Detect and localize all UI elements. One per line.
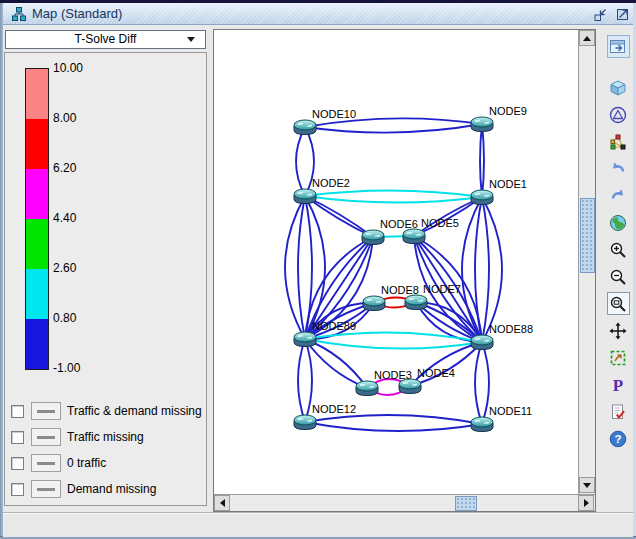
status-bar [3,512,633,537]
zero-traffic-color-button[interactable] [31,454,61,472]
legend-label: Demand missing [67,482,156,496]
traffic-missing-checkbox[interactable] [11,431,24,444]
scroll-left-button[interactable] [214,495,230,511]
view-mode-value: T-Solve Diff [75,32,137,46]
zoom-out-icon[interactable] [607,265,630,288]
scroll-up-button[interactable] [579,30,595,46]
horizontal-scrollbar[interactable] [214,494,595,511]
edge-node12-node11[interactable] [305,415,482,424]
edge-node9-node1[interactable] [482,124,484,197]
traffic-demand-missing-color-button[interactable] [31,402,61,420]
globe-icon[interactable] [607,211,630,234]
scale-segment [26,169,48,219]
zero-traffic-checkbox[interactable] [11,457,24,470]
edge-node10-node9[interactable] [305,124,482,133]
node-node5[interactable] [403,229,425,244]
horizontal-scroll-thumb[interactable] [455,496,477,511]
scroll-right-button[interactable] [578,495,594,511]
node-label: NODE88 [489,323,533,335]
edge-node2-node1[interactable] [305,190,482,197]
right-arrow-icon [584,499,589,507]
network-layout-icon[interactable] [607,130,630,153]
legend-row-zero-traffic: 0 traffic [11,453,106,473]
traffic-missing-color-button[interactable] [31,428,61,446]
scroll-down-button[interactable] [579,477,595,493]
up-arrow-icon [583,36,591,41]
scale-segment [26,319,48,369]
edge-node89-node88[interactable] [305,339,482,349]
legend-label: Traffic & demand missing [67,404,202,418]
topology-graph[interactable]: NODE10NODE9NODE2NODE1NODE6NODE5NODE8NODE… [214,30,578,494]
node-node7[interactable] [405,295,427,310]
p-letter-icon[interactable]: P [607,373,630,396]
node-label: NODE7 [423,283,461,295]
node-label: NODE9 [489,105,527,117]
edge-node10-node2[interactable] [296,127,305,196]
node-node8[interactable] [363,296,385,311]
help-icon[interactable]: ? [607,427,630,450]
edge-node89-node88[interactable] [305,332,482,342]
node-label: NODE11 [489,405,532,417]
edge-node89-node12[interactable] [298,339,305,422]
edge-node2-node89[interactable] [298,196,305,339]
node-node88[interactable] [471,335,493,350]
pan-icon[interactable] [607,319,630,342]
color-line [37,410,55,413]
node-node2[interactable] [294,189,316,204]
scale-boundary-label: 8.00 [53,111,113,125]
delta-icon[interactable] [607,103,630,126]
node-node3[interactable] [356,381,378,396]
node-label: NODE10 [312,108,356,120]
node-node12[interactable] [294,415,316,430]
edge-node1-node88[interactable] [482,197,489,342]
node-node11[interactable] [471,417,493,432]
restore-window-icon[interactable] [592,6,609,23]
node-node4[interactable] [399,379,421,394]
left-arrow-icon [220,499,225,507]
node-node89[interactable] [294,332,316,347]
vertical-scroll-thumb[interactable] [580,198,595,273]
node-label: NODE2 [312,177,350,189]
edge-node12-node11[interactable] [305,422,482,431]
maximize-window-icon[interactable] [614,6,631,23]
edge-node89-node12[interactable] [305,339,312,422]
view-mode-dropdown[interactable]: T-Solve Diff [5,30,206,49]
legend-row-traffic-missing: Traffic missing [11,427,144,447]
demand-missing-color-button[interactable] [31,480,61,498]
node-node10[interactable] [294,120,316,135]
edge-node88-node11[interactable] [482,342,489,424]
traffic-demand-missing-checkbox[interactable] [11,405,24,418]
detach-panel-icon[interactable] [607,35,630,58]
node-label: NODE89 [312,320,356,332]
scale-boundary-label: 4.40 [53,211,113,225]
map-window: Map (Standard) T-Solve Diff 10.008.006.2… [0,0,636,539]
edge-node9-node1[interactable] [480,124,482,197]
node-node9[interactable] [471,117,493,132]
demand-missing-checkbox[interactable] [11,483,24,496]
report-icon[interactable] [607,400,630,423]
scale-segment [26,269,48,319]
fit-selection-icon[interactable] [607,346,630,369]
window-border-left [0,3,3,536]
window-titlebar[interactable]: Map (Standard) [3,3,633,25]
redo-icon[interactable] [607,184,630,207]
legend-panel: 10.008.006.204.402.600.80-1.00 Traffic &… [4,52,207,506]
scale-boundary-label: 10.00 [53,61,113,75]
map-viewport: NODE10NODE9NODE2NODE1NODE6NODE5NODE8NODE… [213,29,596,512]
edge-node88-node11[interactable] [475,342,482,424]
cube-icon[interactable] [607,76,630,99]
legend-label: Traffic missing [67,430,144,444]
scale-segment [26,219,48,269]
zoom-region-icon[interactable] [607,292,630,315]
legend-row-traffic-demand-missing: Traffic & demand missing [11,401,202,421]
node-label: NODE6 [380,218,418,230]
undo-icon[interactable] [607,157,630,180]
zoom-in-icon[interactable] [607,238,630,261]
node-node6[interactable] [362,230,384,245]
edge-node2-node1[interactable] [305,196,482,203]
node-node1[interactable] [471,190,493,205]
window-title: Map (Standard) [32,3,122,25]
scale-boundary-label: 0.80 [53,311,113,325]
vertical-scrollbar[interactable] [578,30,595,494]
node-label: NODE12 [312,403,356,415]
